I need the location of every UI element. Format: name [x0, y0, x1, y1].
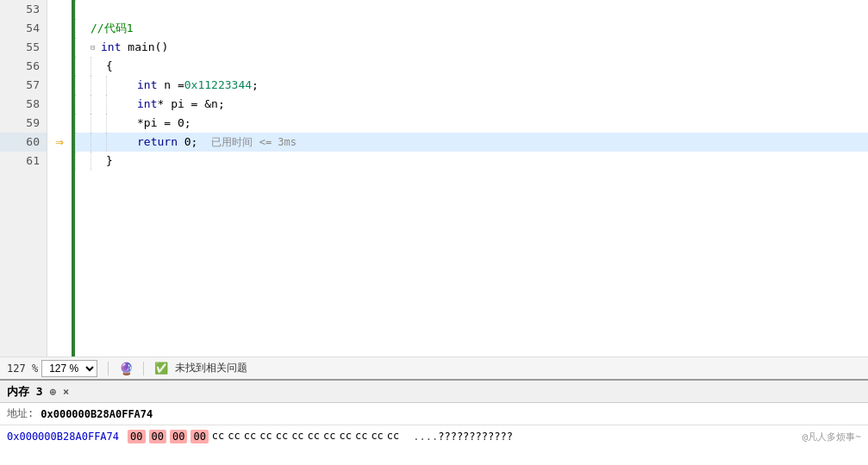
line-60-structure: return 0; 已用时间 <= 3ms — [75, 133, 868, 152]
indent-guide3 — [106, 133, 122, 152]
collapse-icon[interactable]: ⊟ — [91, 38, 101, 57]
code-line-57: int n = 0x11223344 ; — [75, 76, 868, 95]
line-num-53: 53 — [0, 0, 47, 19]
indent-guide — [75, 76, 91, 95]
arrow-row-60: ⇒ — [47, 133, 72, 152]
status-separator-2 — [143, 362, 144, 375]
memory-address-row: 地址: 0x000000B28A0FFA74 — [0, 403, 868, 425]
line-60-code: 0; — [178, 133, 197, 152]
byte-cc-3: cc — [244, 430, 256, 443]
code-line-56: { — [75, 57, 868, 76]
line-56-structure: { — [75, 57, 868, 76]
indent-guide2 — [91, 76, 106, 95]
zoom-control[interactable]: 127 % 127 % — [7, 360, 97, 377]
keyword-return: return — [137, 133, 178, 152]
line-57-code: n = — [157, 76, 184, 95]
code-line-53 — [75, 0, 868, 19]
byte-cc-6: cc — [291, 430, 303, 443]
intellisense-icon[interactable]: 🔮 — [119, 362, 133, 375]
byte-cc-10: cc — [355, 430, 367, 443]
byte-cc-8: cc — [323, 430, 335, 443]
status-ok-icon: ✅ — [154, 362, 168, 375]
indent-guide2 — [91, 95, 106, 114]
line-58-code: * pi = &n; — [157, 95, 224, 114]
byte-cc-4: cc — [259, 430, 272, 443]
byte-cc-5: cc — [276, 430, 288, 443]
arrow-row-59 — [47, 114, 72, 133]
line-num-60: 60 — [0, 133, 47, 152]
line-57-semi: ; — [252, 76, 259, 95]
line-53-text — [91, 0, 97, 19]
line-55-structure: ⊟ int main() — [75, 38, 868, 57]
indent-guide — [75, 133, 91, 152]
indent-guide2 — [91, 114, 106, 133]
indent-guide2 — [91, 133, 106, 152]
code-line-54: //代码1 — [75, 19, 868, 38]
line-59-code: *pi = 0; — [137, 114, 191, 133]
arrow-row-57 — [47, 76, 72, 95]
code-line-58: int * pi = &n; — [75, 95, 868, 114]
byte-cc-9: cc — [339, 430, 351, 443]
line-61-brace: } — [106, 152, 113, 170]
status-text: 未找到相关问题 — [175, 361, 247, 375]
line-numbers: 53 54 55 56 57 58 59 60 61 — [0, 0, 47, 356]
address-value[interactable]: 0x000000B28A0FFA74 — [41, 408, 153, 420]
memory-data-address: 0x000000B28A0FFA74 — [7, 431, 119, 443]
byte-cc-11: cc — [371, 430, 383, 443]
debug-arrow-icon: ⇒ — [55, 135, 64, 149]
line-num-54: 54 — [0, 19, 47, 38]
zoom-dropdown[interactable]: 127 % — [41, 360, 97, 377]
line-num-55: 55 — [0, 38, 47, 57]
line-num-57: 57 — [0, 76, 47, 95]
byte-00-4: 00 — [190, 430, 208, 443]
indent-guide — [75, 114, 91, 133]
indent-guide3 — [106, 114, 122, 133]
memory-panel: 内存 3 ⊕ × 地址: 0x000000B28A0FFA74 0x000000… — [0, 379, 868, 465]
byte-00-1: 00 — [128, 430, 145, 443]
arrow-row-53 — [47, 0, 72, 19]
line-num-61: 61 — [0, 152, 47, 170]
indent-guide — [75, 152, 91, 170]
status-separator-1 — [108, 362, 109, 375]
memory-chars-dots: ....???????????? — [413, 431, 513, 443]
arrow-indicator-column: ⇒ — [47, 0, 72, 356]
arrow-row-56 — [47, 57, 72, 76]
keyword-int-55: int — [101, 38, 121, 57]
arrow-row-58 — [47, 95, 72, 114]
keyword-int-57: int — [137, 76, 157, 95]
code-editor: 53 54 55 56 57 58 59 60 61 ⇒ — [0, 0, 868, 356]
line-54-comment: //代码1 — [91, 19, 133, 38]
memory-watermark: @凡人多烦事~ — [802, 431, 861, 443]
indent-guide — [75, 95, 91, 114]
arrow-row-61 — [47, 152, 72, 170]
indent-guide — [75, 57, 91, 76]
line-num-58: 58 — [0, 95, 47, 114]
byte-cc-1: cc — [212, 430, 224, 443]
memory-close-icon[interactable]: × — [63, 386, 69, 398]
line-57-structure: int n = 0x11223344 ; — [75, 76, 868, 95]
byte-cc-2: cc — [228, 430, 240, 443]
code-line-61: } — [75, 152, 868, 170]
line-55-main: main() — [121, 38, 168, 57]
zoom-label: 127 % — [7, 363, 38, 375]
line-59-structure: *pi = 0; — [75, 114, 868, 133]
indent-guide — [75, 38, 91, 57]
address-label: 地址: — [7, 406, 34, 421]
code-line-59: *pi = 0; — [75, 114, 868, 133]
line-56-brace: { — [106, 57, 113, 76]
line-num-59: 59 — [0, 114, 47, 133]
arrow-row-54 — [47, 19, 72, 38]
line-57-hex: 0x11223344 — [184, 76, 252, 95]
indent-guide2 — [91, 57, 106, 76]
code-line-55: ⊟ int main() — [75, 38, 868, 57]
memory-toolbar: 内存 3 ⊕ × — [0, 381, 868, 403]
indent-guide — [75, 19, 91, 38]
code-content: 53 54 55 56 57 58 59 60 61 ⇒ — [0, 0, 868, 356]
line-num-56: 56 — [0, 57, 47, 76]
byte-cc-12: cc — [387, 430, 399, 443]
arrow-row-55 — [47, 38, 72, 57]
byte-cc-7: cc — [308, 430, 320, 443]
code-line-60: return 0; 已用时间 <= 3ms — [75, 133, 868, 152]
keyword-int-58: int — [137, 95, 157, 114]
memory-pin-icon[interactable]: ⊕ — [50, 386, 56, 398]
